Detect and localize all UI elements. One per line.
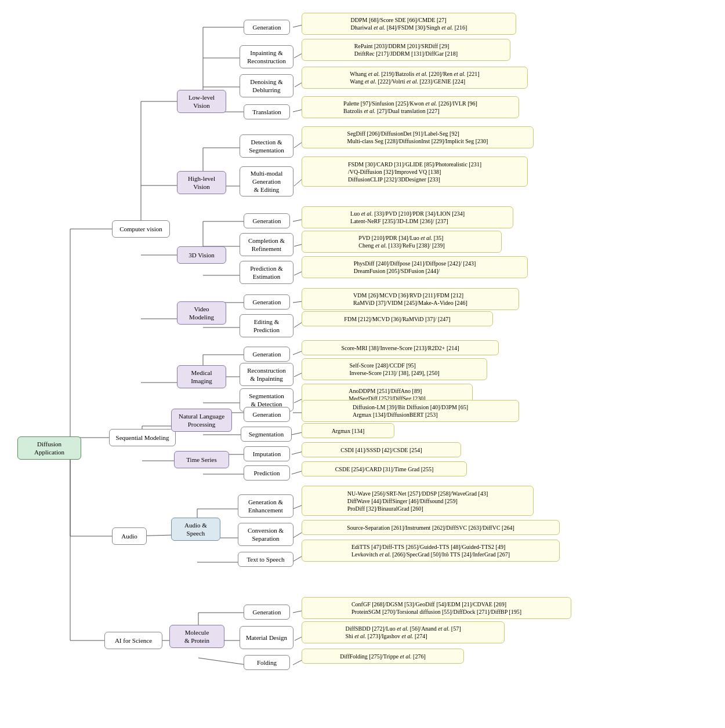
data-llv-gen: DDPM [68]/Score SDE [66]/CMDE [27]Dhariw… (302, 13, 516, 35)
data-vid-edit: FDM [212]/MCVD [36]/RaMViD [37]/ [247] (302, 311, 493, 326)
seq-label: Sequential Modeling (116, 434, 169, 442)
sequential-modeling-node: Sequential Modeling (109, 429, 176, 446)
medical-imaging-node: MedicalImaging (177, 365, 226, 388)
data-v3d-comp: PVD [210]/PDR [34]/Luo et al. [35]Cheng … (302, 231, 502, 253)
ts-label: Time Series (186, 456, 216, 464)
data-nlp-gen: Diffusion-LM [39]/Bit Diffusion [40]/D3P… (302, 400, 519, 422)
data-aud-conv: Source-Separation [261]/Instrument [262]… (302, 520, 560, 535)
aud-tts-node: Text to Speech (238, 552, 293, 567)
audio-label: Audio (121, 532, 137, 540)
data-aud-tts: EdiTTS [47]/Diff-TTS [265]/Guided-TTS [4… (302, 540, 560, 562)
v3d-completion-node: Completion &Refinement (240, 233, 293, 256)
llv-label: Low-levelVision (188, 93, 215, 110)
data-v3d-pred: PhysDiff [240]/Diffpose [241]/Diffpose [… (302, 256, 528, 278)
data-llv-den: Whang et al. [219]/Batzolis et al. [220]… (302, 67, 528, 89)
nlp-label: Natural LanguageProcessing (179, 412, 224, 429)
mol-material-node: Material Design (240, 626, 293, 649)
med-generation-node: Generation (244, 347, 290, 362)
nlp-segmentation-node: Segmentation (241, 427, 292, 442)
svg-line-51 (198, 658, 246, 665)
data-ts-imp: CSDI [41]/SSSD [42]/CSDE [254] (302, 442, 461, 457)
cv-label: Computer vision (119, 225, 162, 233)
aud-conversion-node: Conversion &Separation (238, 523, 293, 546)
mol-folding-node: Folding (244, 655, 290, 670)
llv-denoising-node: Denoising &Deblurring (240, 74, 293, 97)
root-node: Diffusion Application (17, 436, 81, 460)
ts-imputation-node: Imputation (244, 446, 290, 461)
data-v3d-gen: Luo et al. [33]/PVD [210]/PDR [34]/LION … (302, 206, 513, 228)
low-level-vision-node: Low-levelVision (177, 90, 226, 113)
llv-translation-node: Translation (244, 104, 290, 119)
ai-label: AI for Science (115, 636, 152, 645)
med-label: MedicalImaging (191, 369, 212, 385)
ai-science-node: AI for Science (104, 632, 162, 649)
v3d-label: 3D Vision (188, 251, 215, 259)
root-label: Diffusion Application (21, 440, 77, 457)
data-hlv-det: SegDiff [206]/DiffusionDet [91]/Label-Se… (302, 126, 534, 148)
hlv-detection-node: Detection &Segmentation (240, 134, 293, 158)
nlp-generation-node: Generation (244, 407, 290, 422)
as-label: Audio &Speech (184, 521, 207, 538)
audio-speech-node: Audio &Speech (171, 518, 220, 541)
vid-generation-node: Generation (244, 294, 290, 310)
nlp-node: Natural LanguageProcessing (171, 409, 232, 432)
data-mol-gen: ConfGF [268]/DGSM [53]/GeoDiff [54]/EDM … (302, 597, 571, 619)
data-med-gen: Score-MRI [38]/Inverse-Score [213]/R2D2+… (302, 340, 499, 355)
vid-label: VideoModeling (189, 305, 214, 322)
mind-map: Diffusion Application Computer vision Se… (6, 6, 719, 725)
data-med-rec: Self-Score [248]/CCDF [95]Inverse-Score … (302, 358, 487, 380)
data-ts-pred: CSDE [254]/CARD [31]/Time Grad [255] (302, 461, 467, 476)
llv-generation-node: Generation (244, 20, 290, 35)
computer-vision-node: Computer vision (112, 220, 170, 238)
data-llv-trans: Palette [97]/Sinfusion [225]/Kwon et al.… (302, 96, 519, 118)
time-series-node: Time Series (174, 451, 229, 468)
ts-prediction-node: Prediction (244, 465, 290, 481)
video-modeling-node: VideoModeling (177, 301, 226, 325)
med-reconstruction-node: Reconstruction& Inpainting (240, 363, 293, 386)
data-llv-inp: RePaint [203]/DDRM [201]/SRDiff [29]Drif… (302, 39, 510, 61)
data-vid-gen: VDM [26]/MCVD [36]/RVD [211]/FDM [212]Ra… (302, 288, 519, 310)
audio-node: Audio (112, 527, 147, 545)
aud-generation-node: Generation &Enhancement (238, 494, 293, 518)
high-level-vision-node: High-levelVision (177, 171, 226, 194)
hlv-label: High-levelVision (188, 174, 215, 191)
mol-label: Molecule& Protein (184, 628, 209, 645)
mol-generation-node: Generation (244, 605, 290, 620)
data-aud-gen: NU-Wave [256]/SRT-Net [257]/DDSP [258]/W… (302, 486, 534, 516)
data-mol-mat: DiffSBDD [272]/Luo et al. [56]/Anand et … (302, 621, 505, 643)
data-nlp-seg: Argmax [134] (302, 423, 394, 438)
molecule-protein-node: Molecule& Protein (169, 625, 224, 648)
v3d-prediction-node: Prediction &Estimation (240, 261, 293, 284)
data-hlv-multi: FSDM [30]/CARD [31]/GLIDE [85]/Photoreal… (302, 156, 528, 187)
llv-inpainting-node: Inpainting &Reconstruction (240, 45, 293, 68)
vid-editing-node: Editing &Prediction (240, 314, 293, 337)
hlv-multimodal-node: Multi-modalGeneration& Editing (240, 166, 293, 196)
v3d-generation-node: Generation (244, 213, 290, 228)
data-mol-fold: DiffFolding [275]/Trippe et al. [276] (302, 649, 464, 664)
3d-vision-node: 3D Vision (177, 246, 226, 264)
